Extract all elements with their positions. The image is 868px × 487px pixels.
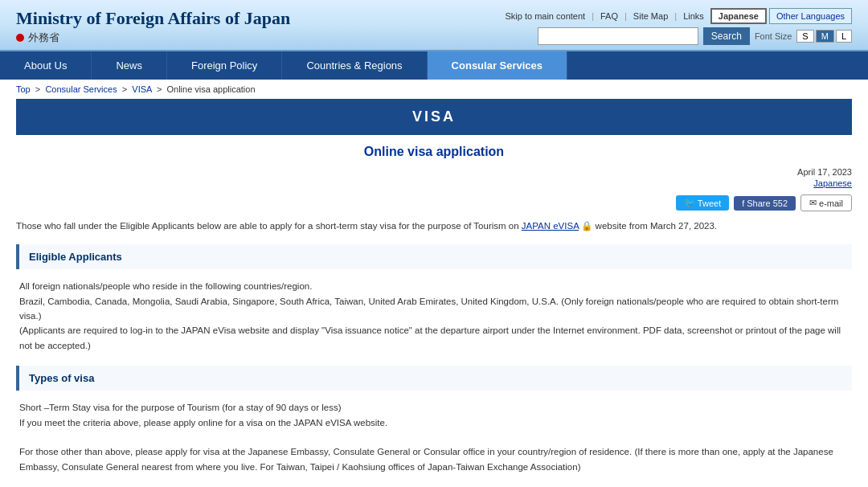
site-title: Ministry of Foreign Affairs of Japan (16, 8, 290, 29)
content-area: VISA Online visa application April 17, 2… (0, 99, 868, 487)
nav-spacer (567, 51, 868, 80)
logo-area: Ministry of Foreign Affairs of Japan 外務省 (16, 8, 290, 45)
nav-news[interactable]: News (92, 51, 167, 80)
japanese-page-link[interactable]: Japanese (16, 178, 852, 188)
nav-about-us[interactable]: About Us (0, 51, 92, 80)
font-size-s-button[interactable]: S (796, 30, 813, 43)
header-right: Skip to main content | FAQ | Site Map | … (505, 8, 852, 45)
other-languages-button[interactable]: Other Languages (769, 8, 852, 24)
nav-foreign-policy[interactable]: Foreign Policy (167, 51, 282, 80)
font-size-l-button[interactable]: L (836, 30, 852, 43)
breadcrumb-current: Online visa application (166, 84, 255, 94)
nav-consular-services[interactable]: Consular Services (428, 51, 567, 80)
breadcrumb-top[interactable]: Top (16, 84, 31, 94)
skip-link[interactable]: Skip to main content (505, 11, 585, 21)
eligible-applicants-header: Eligible Applicants (16, 244, 852, 269)
twitter-icon: 🐦 (684, 198, 695, 208)
types-of-visa-content: Short –Term Stay visa for the purpose of… (16, 400, 852, 474)
links-link[interactable]: Links (683, 11, 704, 21)
social-row: 🐦 Tweet f Share 552 ✉ e-mail (16, 194, 852, 211)
visa-banner: VISA (16, 99, 852, 135)
japanese-subtitle: 外務省 (28, 31, 59, 45)
font-size-buttons: S M L (796, 30, 852, 43)
types-of-visa-header: Types of visa (16, 366, 852, 391)
breadcrumb: Top > Consular Services > VISA > Online … (0, 80, 868, 99)
facebook-icon: f (742, 198, 744, 208)
japan-evisa-link[interactable]: JAPAN eVISA (522, 221, 579, 231)
main-nav: About Us News Foreign Policy Countries &… (0, 51, 868, 80)
red-dot-icon (16, 34, 24, 42)
search-button[interactable]: Search (703, 27, 750, 45)
language-buttons: Japanese Other Languages (710, 8, 852, 24)
sitemap-link[interactable]: Site Map (633, 11, 668, 21)
nav-countries-regions[interactable]: Countries & Regions (282, 51, 427, 80)
search-row: Search Font Size S M L (538, 27, 852, 45)
site-header: Ministry of Foreign Affairs of Japan 外務省… (0, 0, 868, 51)
eligible-applicants-content: All foreign nationals/people who reside … (16, 279, 852, 353)
logo-subtitle: 外務省 (16, 31, 290, 45)
breadcrumb-visa[interactable]: VISA (132, 84, 151, 94)
page-title: Online visa application (16, 145, 852, 159)
faq-link[interactable]: FAQ (600, 11, 618, 21)
font-size-m-button[interactable]: M (816, 30, 834, 43)
top-links: Skip to main content | FAQ | Site Map | … (505, 8, 852, 24)
email-icon: ✉ (809, 198, 817, 208)
tweet-button[interactable]: 🐦 Tweet (676, 195, 729, 211)
share-button[interactable]: f Share 552 (734, 196, 796, 211)
font-size-label: Font Size (755, 31, 792, 41)
date-row: April 17, 2023 (16, 167, 852, 177)
search-input[interactable] (538, 27, 698, 45)
intro-paragraph: Those who fall under the Eligible Applic… (16, 219, 852, 233)
email-button[interactable]: ✉ e-mail (800, 194, 852, 211)
japanese-language-button[interactable]: Japanese (710, 8, 767, 24)
breadcrumb-consular[interactable]: Consular Services (45, 84, 117, 94)
